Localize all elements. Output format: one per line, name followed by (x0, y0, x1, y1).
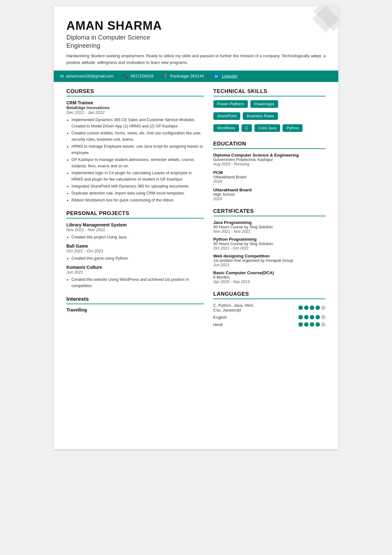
project-date: Jun 2021 (66, 270, 204, 274)
skills-section: TECHNICAL SKILLS Power PlatformPowerApps… (213, 88, 326, 134)
cert-date: Nov 2021 - Nov 2021 (213, 229, 326, 234)
project-name: Kumaoni Culture (66, 265, 204, 270)
candidate-title: Diploma in Computer ScienceEngineering (66, 33, 326, 50)
languages-section: LANGUAGES C, Python, Java, Html, Css, Ja… (213, 291, 326, 327)
language-dots (298, 322, 326, 327)
skill-tag: Workflows (213, 124, 239, 132)
skills-title: TECHNICAL SKILLS (213, 88, 326, 96)
edu-date: Aug 2019 - Pursuing (213, 162, 326, 166)
email-icon: ✉ (60, 74, 64, 79)
empty-dot (321, 322, 326, 327)
filled-dot (310, 305, 314, 310)
course-org: BetaEdge Innovations (66, 105, 204, 110)
linkedin-icon: in (213, 74, 219, 78)
filled-dot (304, 322, 309, 327)
candidate-name: AMAN SHARMA (66, 19, 326, 33)
skills-row: SharePointBusiness Rules (213, 112, 278, 120)
projects-title: PERSONAL PROJECTS (66, 210, 204, 219)
bullet-item: Duplicate detection rule, import data us… (71, 190, 204, 196)
project-bullets: Created this project Using Java . (66, 234, 204, 240)
language-name: C, Python, Java, Html, Css, Javascript (213, 303, 254, 312)
cert-name: Java Programming (213, 220, 326, 225)
skill-tag: Business Rules (243, 112, 278, 120)
project-bullets: Created this website Using WordPress and… (66, 276, 204, 289)
language-item: Hindi (213, 322, 326, 327)
skill-tag: Core Java (254, 124, 280, 132)
cert-item-3: Web designing Competition 1st position t… (213, 254, 326, 267)
resume-container: AMAN SHARMA Diploma in Computer ScienceE… (54, 6, 338, 449)
cert-item-1: Java Programming 40 Hours Course by Slog… (213, 220, 326, 234)
edu-item-3: Uttarakhand Board High School 2016 (213, 188, 326, 201)
edu-date: 2016 (213, 197, 326, 201)
project-name: Library Management System (66, 222, 204, 227)
languages-container: C, Python, Java, Html, Css, JavascriptEn… (213, 303, 326, 327)
languages-title: LANGUAGES (213, 291, 326, 299)
filled-dot (310, 322, 314, 327)
filled-dot (298, 305, 303, 310)
skills-row: Power PlatformPowerApps (213, 100, 278, 108)
interests-title: Interests (66, 296, 204, 304)
courses-section: COURSES CRM Trainee BetaEdge Innovations… (66, 88, 204, 203)
edu-degree: PCM (213, 170, 326, 175)
cert-name: Python Programming (213, 237, 326, 242)
bullet-item: Created this website Using WordPress and… (71, 276, 204, 289)
edu-school: High School (213, 192, 326, 197)
cert-date: Oct 2021 - Oct 2021 (213, 246, 326, 250)
candidate-summary: Hardworking Student seeking employment. … (66, 53, 326, 66)
contact-email: ✉ asharmaa100@gmail.com (60, 74, 114, 79)
courses-title: COURSES (66, 88, 204, 96)
course-item: CRM Trainee BetaEdge Innovations Dec 202… (66, 100, 204, 203)
bullet-item: GP Kashipur to manage student admissions… (71, 157, 204, 169)
decor-corner (300, 6, 338, 44)
cert-date: Jun 2021 (213, 263, 326, 267)
language-name: Hindi (213, 322, 223, 327)
contact-linkedin[interactable]: in LinkedIn (213, 74, 237, 78)
education-section: EDUCATION Diploma Computer Science & Eng… (213, 141, 326, 201)
filled-dot (315, 315, 320, 319)
project-date: Nov 2021 - Nov 2021 (66, 227, 204, 232)
cert-detail: 40 Hours Course by Slog Solution. (213, 242, 326, 246)
filled-dot (310, 315, 314, 319)
location-icon: 📍 (163, 74, 168, 79)
project-item-3: Kumaoni Culture Jun 2021 Created this we… (66, 265, 204, 289)
contact-location: 📍 Pantnagar 263145 (163, 74, 204, 79)
edu-item-2: PCM Uttarakhand Board 2019 (213, 170, 326, 184)
course-role: CRM Trainee (66, 100, 204, 105)
interests-section: Interests Travelling (66, 296, 204, 312)
bullet-item: Integrated SharePoint with Dynamics 365 … (71, 183, 204, 189)
cert-item-2: Python Programming 40 Hours Course by Sl… (213, 237, 326, 250)
filled-dot (298, 315, 303, 319)
skill-tag: PowerApps (250, 100, 278, 108)
left-column: COURSES CRM Trainee BetaEdge Innovations… (66, 88, 204, 334)
certificates-title: CERTIFICATES (213, 208, 326, 216)
cert-name: Basic Computer Course(DCA) (213, 270, 326, 275)
interest-item: Travelling (66, 307, 204, 312)
bullet-item: Created custom entities, forms, views, e… (71, 130, 204, 143)
edu-school: Uttarakhand Board (213, 175, 326, 179)
course-date: Dec 2021 - Jan 2022 (66, 110, 204, 115)
edu-school: Government Polytechnic Kashipur (213, 157, 326, 162)
project-bullets: Created this game using Python. (66, 255, 204, 262)
skill-tag: C (242, 124, 252, 132)
bullet-item: HRMS to manage Employee leaves. use Java… (71, 143, 204, 156)
cert-detail: 40 Hours Course by Slog Solution (213, 225, 326, 229)
cert-name: Web designing Competition (213, 254, 326, 258)
cert-detail: 6 Months. (213, 275, 326, 280)
empty-dot (321, 305, 326, 310)
main-content: COURSES CRM Trainee BetaEdge Innovations… (66, 88, 326, 334)
filled-dot (304, 315, 309, 319)
linkedin-link[interactable]: LinkedIn (222, 74, 237, 78)
projects-section: PERSONAL PROJECTS Library Management Sys… (66, 210, 204, 289)
edu-date: 2019 (213, 179, 326, 184)
language-name: English (213, 315, 227, 320)
project-date: Oct 2021 - Oct 2021 (66, 249, 204, 253)
contact-bar: ✉ asharmaa100@gmail.com 📞 9917256018 📍 P… (54, 71, 338, 82)
cert-detail: 1st position that organized by Amrapali … (213, 258, 326, 263)
bullet-item: Implemented logic in C# plugin for calcu… (71, 170, 204, 182)
language-dots (298, 315, 326, 319)
course-bullets: Implemented Dynamics 365 CE Sales and Cu… (66, 117, 204, 203)
header-section: AMAN SHARMA Diploma in Computer ScienceE… (66, 19, 326, 66)
phone-icon: 📞 (123, 74, 129, 79)
filled-dot (304, 305, 309, 310)
filled-dot (315, 305, 320, 310)
